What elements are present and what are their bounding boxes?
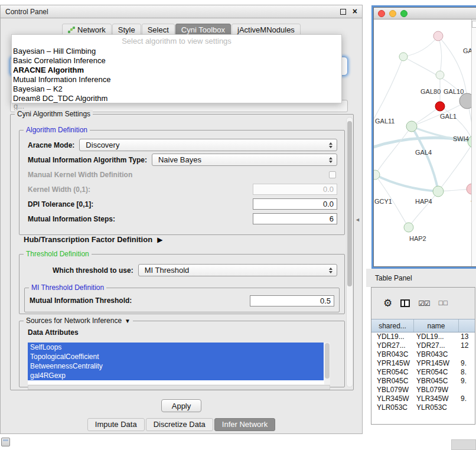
network-node[interactable] bbox=[399, 53, 407, 61]
close-icon[interactable]: × bbox=[353, 6, 357, 16]
table-row[interactable]: YER054CYER054C8. bbox=[371, 368, 475, 377]
sources-toggle[interactable]: Sources for Network Inference▼ bbox=[24, 317, 133, 325]
algorithm-option[interactable]: Mutual Information Inference bbox=[12, 75, 341, 84]
table-cell: YBR045C bbox=[414, 377, 459, 386]
network-node[interactable] bbox=[467, 184, 471, 194]
group-title: MI Threshold Definition bbox=[29, 283, 106, 292]
table-cell: YBL079W bbox=[414, 386, 459, 394]
table-row[interactable]: YPR145WYPR145W9. bbox=[371, 359, 475, 368]
attribute-item-selected[interactable]: SelfLoops bbox=[28, 343, 324, 352]
expand-arrow-icon: ▶ bbox=[157, 236, 162, 244]
scroll-button[interactable] bbox=[472, 21, 476, 28]
aracne-mode-combobox[interactable]: Discovery bbox=[79, 139, 337, 151]
table-cell: 9. bbox=[459, 377, 475, 386]
table-cell: 9. bbox=[459, 359, 475, 368]
deselect-columns-icon[interactable]: ☐☐ bbox=[438, 300, 448, 306]
hub-definition-label: Hub/Transcription Factor Definition bbox=[24, 235, 152, 244]
cyni-algorithm-settings-group: Cyni Algorithm Settings Algorithm Defini… bbox=[10, 114, 354, 390]
scrollbar-thumb[interactable] bbox=[347, 121, 352, 286]
table-cell bbox=[459, 386, 475, 394]
tab-label: Network bbox=[77, 25, 106, 34]
table-cell: 13 bbox=[459, 332, 475, 341]
tab-label: Cyni Toolbox bbox=[181, 25, 225, 34]
kernel-width-input[interactable] bbox=[253, 184, 337, 195]
table-row[interactable]: YBR045CYBR045C9. bbox=[371, 377, 475, 386]
network-node[interactable] bbox=[374, 170, 380, 180]
network-node[interactable] bbox=[435, 102, 445, 111]
splitter-collapse-icon[interactable]: ◄ bbox=[355, 217, 360, 223]
select-all-columns-icon[interactable]: ☑☑ bbox=[418, 299, 430, 308]
table-cell: YER054C bbox=[414, 368, 459, 377]
column-header-partial[interactable] bbox=[459, 319, 475, 332]
network-scrollbar[interactable] bbox=[471, 19, 476, 266]
column-header-shared-name[interactable]: shared... bbox=[371, 319, 414, 332]
mi-type-label: Mutual Information Algorithm Type: bbox=[28, 156, 147, 164]
tab-infer-network[interactable]: Infer Network bbox=[214, 418, 275, 431]
network-node-label: GAL1 bbox=[440, 113, 457, 120]
gear-icon[interactable]: ⚙ bbox=[383, 298, 392, 308]
attribute-item-selected[interactable]: gal4RGexp bbox=[28, 371, 324, 380]
dropdown-prompt: Select algorithm to view settings bbox=[12, 35, 341, 47]
settings-scrollbar[interactable] bbox=[346, 117, 353, 387]
apply-button[interactable]: Apply bbox=[161, 399, 201, 412]
minimize-traffic-light-icon[interactable] bbox=[389, 10, 396, 17]
network-node[interactable] bbox=[406, 121, 417, 132]
network-canvas[interactable]: GALGAL80GAL10GAL11GAL1SWI4GAL4GCY1HAP4HA… bbox=[374, 19, 476, 266]
network-node-label: GAL4 bbox=[415, 149, 432, 156]
control-panel-titlebar[interactable]: Control Panel × bbox=[1, 5, 362, 18]
network-node[interactable] bbox=[433, 31, 443, 41]
table-cell: YDL19... bbox=[414, 332, 459, 341]
attribute-item-selected[interactable]: BetweennessCentrality bbox=[28, 361, 324, 371]
data-attributes-list[interactable]: SelfLoops TopologicalCoefficient Between… bbox=[28, 343, 330, 384]
tab-impute-data[interactable]: Impute Data bbox=[87, 418, 145, 431]
list-scrollbar[interactable] bbox=[324, 343, 330, 384]
algorithm-option[interactable]: Bayesian – K2 bbox=[12, 84, 341, 94]
network-node[interactable] bbox=[433, 186, 444, 197]
list-horizontal-scrollbar[interactable] bbox=[28, 385, 330, 390]
hub-definition-toggle[interactable]: Hub/Transcription Factor Definition ▶ bbox=[24, 235, 162, 244]
table-cell: YBL079W bbox=[371, 386, 414, 394]
panel-dock-icon[interactable] bbox=[1, 438, 10, 446]
float-window-icon[interactable] bbox=[340, 9, 346, 15]
network-node-label: HAP4 bbox=[415, 198, 432, 205]
algorithm-option[interactable]: Dream8 DC_TDC Algorithm bbox=[12, 94, 341, 103]
table-row[interactable]: YDL19...YDL19...13 bbox=[371, 332, 475, 341]
algorithm-option[interactable]: Basic Correlation Inference bbox=[12, 56, 341, 66]
table-row[interactable]: YBR043CYBR043C bbox=[371, 350, 475, 359]
network-node[interactable] bbox=[459, 93, 471, 109]
table-row[interactable]: YBL079WYBL079W bbox=[371, 386, 475, 394]
tab-discretize-data[interactable]: Discretize Data bbox=[146, 418, 213, 431]
table-row[interactable]: YLR345WYLR345W9. bbox=[371, 394, 475, 403]
table-body: YDL19...YDL19...13YDR27...YDR27...12YBR0… bbox=[371, 332, 475, 424]
which-threshold-label: Which threshold to use: bbox=[53, 266, 133, 275]
algorithm-option[interactable]: Bayesian – Hill Climbing bbox=[12, 47, 341, 56]
network-node-label: GAL10 bbox=[444, 88, 464, 95]
close-traffic-light-icon[interactable] bbox=[378, 10, 385, 17]
table-row[interactable]: YDR27...YDR27...12 bbox=[371, 341, 475, 350]
aracne-mode-row: Aracne Mode: Discovery bbox=[28, 138, 337, 152]
screen: Control Panel × Network Style Select Cyn… bbox=[0, 0, 476, 450]
network-node[interactable] bbox=[404, 223, 413, 232]
algorithm-dropdown-popup: Select algorithm to view settings Bayesi… bbox=[11, 34, 342, 103]
threshold-combobox[interactable]: MI Threshold bbox=[138, 264, 337, 276]
algorithm-option-selected[interactable]: ARACNE Algorithm bbox=[12, 66, 341, 75]
network-graph: GALGAL80GAL10GAL11GAL1SWI4GAL4GCY1HAP4HA… bbox=[374, 19, 471, 266]
mi-type-combobox[interactable]: Naive Bayes bbox=[152, 154, 337, 166]
mi-steps-label: Mutual Information Steps: bbox=[28, 215, 115, 223]
network-node[interactable] bbox=[436, 71, 444, 79]
manual-kernel-checkbox[interactable] bbox=[329, 171, 336, 178]
mi-threshold-input[interactable] bbox=[250, 295, 334, 306]
network-node-label: GCY1 bbox=[374, 198, 392, 205]
mi-steps-input[interactable] bbox=[253, 213, 337, 224]
network-edge bbox=[409, 191, 438, 227]
dpi-tolerance-input[interactable] bbox=[253, 198, 337, 210]
column-header-name[interactable]: name bbox=[414, 319, 459, 332]
network-node-label: HAP2 bbox=[409, 235, 426, 242]
columns-icon[interactable] bbox=[400, 299, 410, 307]
attribute-item-selected[interactable]: TopologicalCoefficient bbox=[28, 352, 324, 361]
dpi-tolerance-label: DPI Tolerance [0,1]: bbox=[28, 200, 93, 208]
collapse-arrow-icon: ▼ bbox=[125, 318, 131, 324]
table-row[interactable]: YLR053CYLR053C bbox=[371, 403, 475, 412]
zoom-traffic-light-icon[interactable] bbox=[400, 10, 407, 17]
network-window-titlebar[interactable] bbox=[374, 8, 476, 19]
